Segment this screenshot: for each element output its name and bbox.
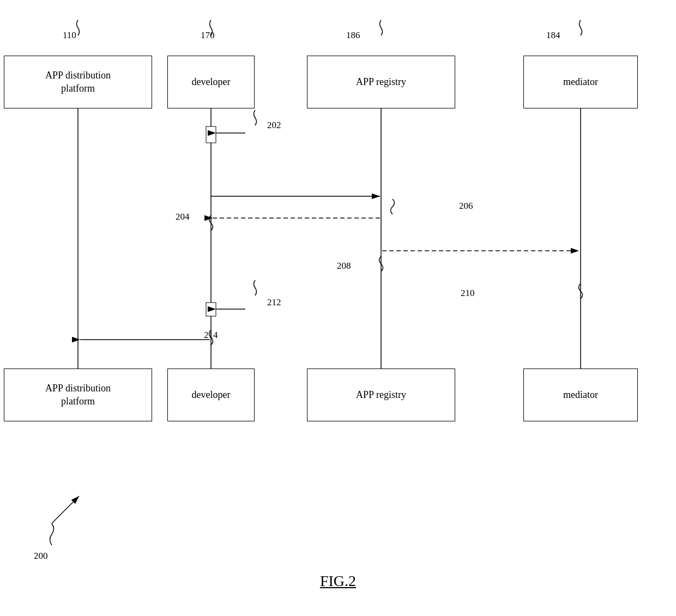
svg-line-16 xyxy=(52,496,79,523)
diagram-svg xyxy=(0,0,676,616)
svg-rect-8 xyxy=(206,126,216,143)
svg-rect-13 xyxy=(206,303,216,316)
diagram: APP distributionplatform developer APP r… xyxy=(0,0,676,616)
